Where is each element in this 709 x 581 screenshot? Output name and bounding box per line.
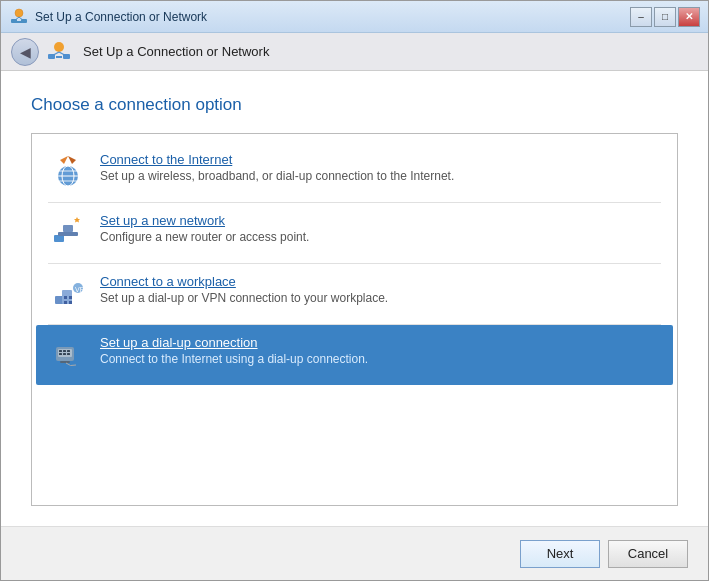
svg-rect-21 [63,225,73,232]
minimize-button[interactable]: – [630,7,652,27]
option-workplace[interactable]: VP Connect to a workplace Set up a dial-… [36,264,673,324]
svg-point-3 [15,9,23,17]
svg-rect-36 [59,353,62,355]
option-internet[interactable]: Connect to the Internet Set up a wireles… [36,142,673,202]
option-dialup-title: Set up a dial-up connection [100,335,368,350]
svg-rect-33 [59,350,62,352]
workplace-icon: VP [48,274,88,314]
title-bar: Set Up a Connection or Network – □ ✕ [1,1,708,33]
nav-breadcrumb: Set Up a Connection or Network [83,44,269,59]
option-workplace-title: Connect to a workplace [100,274,388,289]
option-internet-desc: Set up a wireless, broadband, or dial-up… [100,169,454,183]
cancel-button[interactable]: Cancel [608,540,688,568]
window-icon [9,7,29,27]
svg-rect-35 [67,350,70,352]
option-new-network[interactable]: Set up a new network Configure a new rou… [36,203,673,263]
dialup-icon [48,335,88,375]
svg-rect-27 [64,296,67,299]
option-new-network-title: Set up a new network [100,213,309,228]
window-title: Set Up a Connection or Network [35,10,207,24]
svg-rect-25 [64,301,67,304]
svg-rect-26 [69,301,72,304]
svg-rect-19 [54,235,64,242]
option-workplace-desc: Set up a dial-up or VPN connection to yo… [100,291,388,305]
option-dialup[interactable]: Set up a dial-up connection Connect to t… [36,325,673,385]
nav-bar: ◀ Set Up a Connection or Network [1,33,708,71]
options-list: Connect to the Internet Set up a wireles… [31,133,678,506]
svg-point-9 [54,42,64,52]
svg-rect-28 [69,296,72,299]
svg-rect-34 [63,350,66,352]
close-button[interactable]: ✕ [678,7,700,27]
content-area: Choose a connection option [1,71,708,526]
option-internet-text: Connect to the Internet Set up a wireles… [100,152,454,183]
svg-rect-7 [56,56,62,58]
option-internet-title: Connect to the Internet [100,152,454,167]
back-icon: ◀ [20,44,31,60]
svg-rect-38 [67,353,70,355]
option-new-network-text: Set up a new network Configure a new rou… [100,213,309,244]
page-title: Choose a connection option [31,95,678,115]
footer: Next Cancel [1,526,708,580]
svg-text:VP: VP [75,286,85,293]
new-network-icon [48,213,88,253]
svg-rect-39 [60,361,70,363]
window-controls: – □ ✕ [630,7,700,27]
option-new-network-desc: Configure a new router or access point. [100,230,309,244]
nav-icon [47,40,71,64]
svg-rect-20 [58,232,78,236]
svg-marker-18 [68,156,76,164]
internet-icon [48,152,88,192]
svg-rect-37 [63,353,66,355]
next-button[interactable]: Next [520,540,600,568]
maximize-button[interactable]: □ [654,7,676,27]
main-window: Set Up a Connection or Network – □ ✕ ◀ S… [0,0,709,581]
option-dialup-desc: Connect to the Internet using a dial-up … [100,352,368,366]
option-dialup-text: Set up a dial-up connection Connect to t… [100,335,368,366]
back-button[interactable]: ◀ [11,38,39,66]
svg-marker-17 [60,156,68,164]
option-workplace-text: Connect to a workplace Set up a dial-up … [100,274,388,305]
svg-marker-22 [74,217,80,223]
